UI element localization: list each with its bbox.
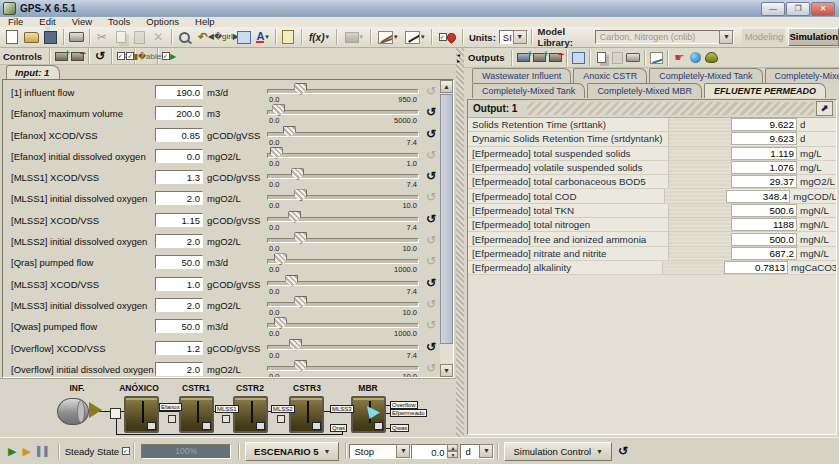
scroll-up-icon[interactable]: ▲ — [440, 80, 453, 93]
control-value-input[interactable]: 50.0 — [155, 319, 203, 333]
minimize-button[interactable]: — — [761, 2, 785, 16]
simulation-control-button[interactable]: Simulation Control ▼ — [504, 442, 612, 461]
scroll-down-icon[interactable]: ▼ — [440, 364, 453, 377]
stop-condition-select[interactable]: Stop ▼ — [349, 444, 411, 459]
menu-edit[interactable]: Edit — [31, 17, 63, 27]
stream-label-qras[interactable]: Qras — [330, 424, 347, 432]
control-value-input[interactable]: 0.0 — [155, 149, 203, 163]
menu-help[interactable]: Help — [187, 17, 223, 27]
reset-value-icon[interactable]: ↺ — [426, 319, 436, 331]
slider-track[interactable] — [267, 302, 419, 307]
slider-track[interactable] — [267, 195, 419, 200]
run-analysis-icon[interactable]: ✓▮�able▮ — [138, 50, 154, 63]
menu-view[interactable]: View — [64, 17, 100, 27]
control-slider[interactable]: 0.07.4 — [267, 167, 417, 188]
output-tab-completely-mixed-tank[interactable]: Completely-Mixed Tank — [472, 83, 585, 98]
reset-value-icon[interactable]: ↺ — [426, 298, 436, 310]
web-globe-icon[interactable] — [687, 51, 703, 64]
slider-track[interactable] — [267, 238, 419, 243]
control-value-input[interactable]: 50.0 — [155, 255, 203, 269]
plot-tool-button[interactable]: ▾ — [402, 28, 427, 46]
pointer-hand-icon[interactable]: ☛ — [671, 51, 687, 64]
statistics-icon[interactable] — [648, 51, 664, 64]
control-slider[interactable]: 0.01000.0 — [267, 252, 417, 273]
modeling-button[interactable]: Modeling — [742, 29, 785, 45]
scrollbar-thumb[interactable] — [440, 94, 453, 344]
control-value-input[interactable]: 1.3 — [155, 170, 203, 184]
edit-output-icon[interactable] — [609, 51, 625, 64]
reset-value-icon[interactable]: ↺ — [426, 277, 436, 289]
notes-icon[interactable] — [280, 28, 297, 46]
run-script-icon[interactable]: ✓▶ — [161, 50, 177, 63]
output-tab-completely-mixed-tank[interactable]: Completely-Mixed Tank — [649, 68, 762, 83]
control-slider[interactable]: 0.010.0 — [267, 188, 417, 209]
reset-value-icon[interactable]: ↺ — [426, 234, 436, 246]
open-file-icon[interactable] — [23, 28, 40, 46]
print-icon[interactable] — [68, 28, 85, 46]
time-stepper[interactable]: ▲▼ — [447, 444, 458, 458]
pause-icon[interactable]: ▌▌ — [37, 446, 52, 457]
menu-file[interactable]: File — [0, 17, 31, 27]
stream-label-mlss1[interactable]: MLSS1 — [215, 405, 239, 413]
tank-mbr[interactable] — [351, 396, 386, 433]
tab-input-1[interactable]: Input: 1 — [6, 65, 60, 80]
control-slider[interactable]: 0.01000.0 — [267, 316, 417, 337]
tank-cstr3[interactable] — [289, 396, 324, 433]
splitter-arrows-icon[interactable]: ◂▸ — [457, 52, 460, 64]
reset-all-icon[interactable]: ↺ — [92, 50, 108, 63]
control-value-input[interactable]: 1.15 — [155, 213, 203, 227]
slider-track[interactable] — [267, 153, 419, 158]
control-value-input[interactable]: 0.85 — [155, 128, 203, 142]
add-graph-output-icon[interactable]: + — [531, 51, 547, 64]
slider-track[interactable] — [267, 323, 419, 328]
stream-label-efanox[interactable]: Efanox — [159, 403, 182, 411]
reset-value-icon[interactable]: ↺ — [426, 85, 436, 97]
control-value-input[interactable]: 2.0 — [155, 362, 203, 376]
print-output-icon[interactable] — [625, 51, 641, 64]
scenario-button[interactable]: ESCENARIO 5 ▼ — [245, 442, 339, 461]
control-value-input[interactable]: 2.0 — [155, 298, 203, 312]
reset-value-icon[interactable]: ↺ — [426, 191, 436, 203]
control-value-input[interactable]: 190.0 — [155, 85, 203, 99]
output-tab-completely-mixed-tank[interactable]: Completely-Mixed Tank — [765, 68, 839, 83]
copy-icon[interactable] — [112, 28, 129, 46]
run-icon[interactable]: ▶ — [8, 446, 16, 457]
paste-icon[interactable] — [131, 28, 148, 46]
controls-scrollbar[interactable]: ▲ ▼ — [440, 80, 453, 377]
control-value-input[interactable]: 2.0 — [155, 234, 203, 248]
output-tab-anoxic-cstr[interactable]: Anoxic CSTR — [573, 68, 647, 83]
reset-value-icon[interactable]: ↺ — [426, 149, 436, 161]
reset-value-icon[interactable]: ↺ — [426, 128, 436, 140]
layout-grid-icon[interactable] — [235, 28, 252, 46]
menu-tools[interactable]: Tools — [100, 17, 138, 27]
add-control-icon[interactable]: + — [53, 50, 69, 63]
output-tab-completely-mixed-mbr[interactable]: Completely-Mixed MBR — [587, 83, 702, 98]
model-library-dropdown-arrow[interactable]: ▼ — [719, 30, 733, 44]
stream-label-mlss3[interactable]: MLSS3 — [330, 405, 354, 413]
control-value-input[interactable]: 200.0 — [155, 106, 203, 120]
control-slider[interactable]: 0.010.0 — [267, 231, 417, 252]
control-slider[interactable]: 0.010.0 — [267, 359, 417, 378]
locator-icon[interactable]: ✓ — [436, 28, 458, 46]
reset-value-icon[interactable]: ↺ — [426, 170, 436, 182]
time-unit-select[interactable]: d ▼ — [460, 444, 494, 459]
units-dropdown-arrow[interactable]: ▼ — [513, 30, 527, 44]
influent-source[interactable] — [57, 398, 89, 425]
stream-label-mlss2[interactable]: MLSS2 — [271, 405, 295, 413]
control-slider[interactable]: 0.07.4 — [267, 210, 417, 231]
slider-track[interactable] — [267, 259, 419, 264]
zoom-icon[interactable] — [176, 28, 193, 46]
control-slider[interactable]: 0.05000.0 — [267, 103, 417, 124]
close-button[interactable]: ✕ — [811, 2, 835, 16]
control-value-input[interactable]: 1.0 — [155, 277, 203, 291]
menu-options[interactable]: Options — [138, 17, 187, 27]
control-slider[interactable]: 0.07.4 — [267, 338, 417, 359]
restore-button[interactable]: ❐ — [786, 2, 810, 16]
reset-value-icon[interactable]: ↺ — [426, 255, 436, 267]
add-output-icon[interactable]: + — [515, 51, 531, 64]
control-slider[interactable]: 0.01.0 — [267, 146, 417, 167]
output-tab-efluente-permeado[interactable]: EFLUENTE PERMEADO — [704, 83, 826, 98]
reset-value-icon[interactable]: ↺ — [426, 106, 436, 118]
time-value-input[interactable]: 0.0 — [411, 444, 447, 459]
output-tab-wastewater-influent[interactable]: Wastewater Influent — [472, 68, 571, 83]
